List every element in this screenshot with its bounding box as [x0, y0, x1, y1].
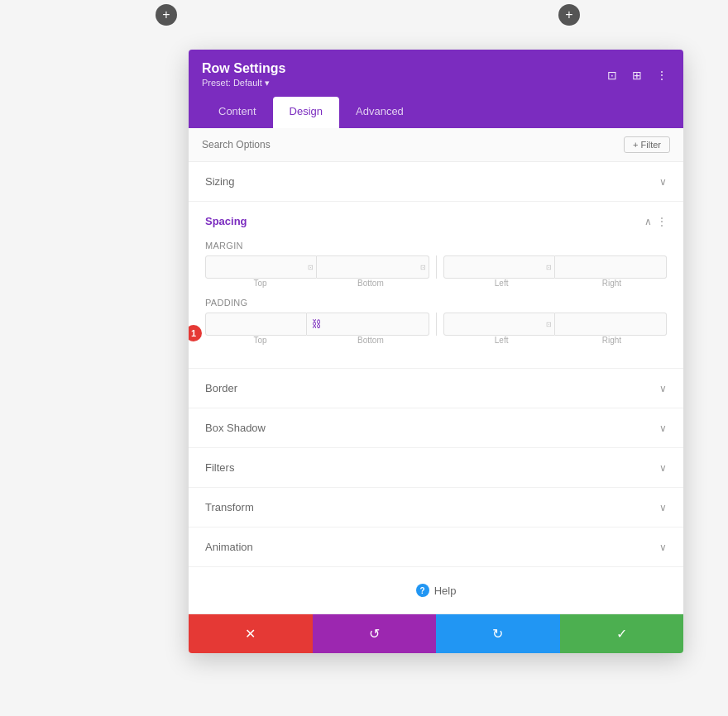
section-filters-title: Filters	[205, 461, 234, 474]
modal-header-top: Row Settings Preset: Default ▾ ⊡ ⊞ ⋮	[202, 61, 670, 88]
padding-left-sublabels: Top Bottom	[205, 336, 426, 345]
margin-label: Margin	[205, 241, 667, 251]
padding-bottom-input[interactable]: 0px	[327, 313, 429, 336]
margin-bottom-input[interactable]	[317, 255, 429, 279]
canvas-area: + + Row Settings Preset: Default ▾ ⊡ ⊞ ⋮…	[0, 0, 728, 716]
section-box-shadow-header[interactable]: Box Shadow ∨	[189, 408, 683, 447]
padding-inputs-row: 0px ⛓ 0px	[205, 313, 667, 336]
margin-right-wrap	[555, 255, 667, 279]
padding-top-input[interactable]: 0px	[205, 313, 307, 336]
transform-chevron-icon: ∨	[659, 502, 667, 513]
padding-right-wrap	[555, 313, 667, 336]
padding-link-icon[interactable]: ⛓	[307, 313, 327, 336]
section-spacing-title: Spacing	[205, 215, 247, 227]
section-animation-header[interactable]: Animation ∨	[189, 527, 683, 566]
section-spacing-header[interactable]: Spacing ∧ ⋮	[189, 202, 683, 241]
animation-chevron-icon: ∨	[659, 542, 667, 553]
margin-sublabel-spacer	[433, 279, 440, 288]
padding-sublabels: Top Bottom Left Right	[205, 336, 667, 345]
section-border-title: Border	[205, 382, 237, 394]
section-transform-title: Transform	[205, 501, 254, 513]
padding-top-wrap: 0px	[205, 313, 307, 336]
responsive-icon[interactable]: ⊡	[604, 67, 620, 84]
margin-top-input[interactable]	[205, 255, 317, 279]
spacing-content: Margin ⊡ ⊡	[189, 241, 683, 368]
modal-preset[interactable]: Preset: Default ▾	[202, 78, 285, 88]
spacing-collapse-icon[interactable]: ∧	[644, 216, 652, 227]
padding-divider	[436, 313, 437, 336]
help-label[interactable]: Help	[434, 585, 457, 597]
tab-content[interactable]: Content	[202, 97, 273, 128]
spacing-header-icons: ∧ ⋮	[644, 216, 667, 227]
section-transform: Transform ∨	[189, 488, 683, 527]
save-button[interactable]: ✓	[560, 614, 684, 653]
margin-left-resp-icon: ⊡	[546, 264, 552, 271]
search-bar: + Filter	[189, 128, 683, 162]
padding-right-pair: ⊡	[443, 313, 668, 336]
margin-bottom-resp-icon: ⊡	[420, 264, 426, 271]
margin-right-sublabels: Left Right	[447, 279, 668, 288]
padding-left-resp-icon: ⊡	[546, 321, 552, 328]
margin-right-pair: ⊡	[443, 255, 668, 279]
section-box-shadow-title: Box Shadow	[205, 422, 266, 434]
margin-left-label: Left	[447, 279, 557, 288]
add-btn-right[interactable]: +	[558, 4, 580, 26]
margin-left-wrap: ⊡	[443, 255, 555, 279]
margin-top-resp-icon: ⊡	[308, 264, 314, 271]
margin-sublabels: Top Bottom Left Right	[205, 279, 667, 288]
sizing-chevron-icon: ∨	[659, 176, 667, 188]
box-shadow-chevron-icon: ∨	[659, 422, 667, 434]
padding-left-input[interactable]	[443, 313, 555, 336]
row-settings-modal: Row Settings Preset: Default ▾ ⊡ ⊞ ⋮ Con…	[189, 50, 683, 653]
padding-sublabel-spacer	[433, 336, 440, 345]
margin-right-label: Right	[557, 279, 667, 288]
padding-left-label: Left	[447, 336, 557, 345]
padding-group: Padding 1 0px ⛓	[205, 298, 667, 345]
margin-divider	[436, 255, 437, 279]
section-border-header[interactable]: Border ∨	[189, 369, 683, 408]
padding-label: Padding	[205, 298, 667, 308]
padding-right-input[interactable]	[555, 313, 667, 336]
search-input[interactable]	[202, 139, 624, 150]
tab-design[interactable]: Design	[273, 97, 339, 128]
more-options-icon[interactable]: ⋮	[654, 67, 670, 84]
cancel-button[interactable]: ✕	[189, 614, 313, 653]
padding-right-sublabels: Left Right	[447, 336, 668, 345]
section-filters-header[interactable]: Filters ∨	[189, 448, 683, 487]
padding-left-pair: 0px ⛓ 0px	[205, 313, 429, 336]
modal-footer: ✕ ↺ ↻ ✓	[189, 613, 683, 653]
section-sizing-header[interactable]: Sizing ∨	[189, 162, 683, 201]
section-border: Border ∨	[189, 369, 683, 408]
margin-left-sublabels: Top Bottom	[205, 279, 426, 288]
margin-left-pair: ⊡ ⊡	[205, 255, 429, 279]
section-box-shadow: Box Shadow ∨	[189, 408, 683, 448]
filter-button[interactable]: + Filter	[624, 136, 670, 153]
section-animation-title: Animation	[205, 541, 253, 553]
margin-top-wrap: ⊡	[205, 255, 317, 279]
margin-right-input[interactable]	[555, 255, 667, 279]
modal-header: Row Settings Preset: Default ▾ ⊡ ⊞ ⋮ Con…	[189, 50, 683, 128]
margin-inputs-row: ⊡ ⊡	[205, 255, 667, 279]
section-transform-header[interactable]: Transform ∨	[189, 488, 683, 527]
columns-icon[interactable]: ⊞	[629, 67, 645, 84]
padding-right-label: Right	[557, 336, 667, 345]
margin-bottom-label: Bottom	[315, 279, 425, 288]
margin-top-label: Top	[205, 279, 315, 288]
modal-tabs: Content Design Advanced	[202, 97, 670, 128]
spacing-more-icon[interactable]: ⋮	[657, 216, 667, 227]
modal-title-group: Row Settings Preset: Default ▾	[202, 61, 285, 88]
section-sizing: Sizing ∨	[189, 162, 683, 202]
padding-bottom-wrap: 0px	[327, 313, 429, 336]
margin-left-input[interactable]	[443, 255, 555, 279]
border-chevron-icon: ∨	[659, 383, 667, 394]
step-badge: 1	[189, 325, 202, 341]
add-btn-left[interactable]: +	[156, 4, 177, 26]
help-section: ? Help	[189, 567, 683, 613]
padding-top-label: Top	[205, 336, 315, 345]
redo-button[interactable]: ↻	[436, 614, 560, 653]
tab-advanced[interactable]: Advanced	[339, 97, 420, 128]
undo-button[interactable]: ↺	[313, 614, 437, 653]
chain-icon: ⛓	[312, 318, 322, 330]
padding-bottom-label: Bottom	[315, 336, 425, 345]
help-icon: ?	[416, 584, 429, 597]
